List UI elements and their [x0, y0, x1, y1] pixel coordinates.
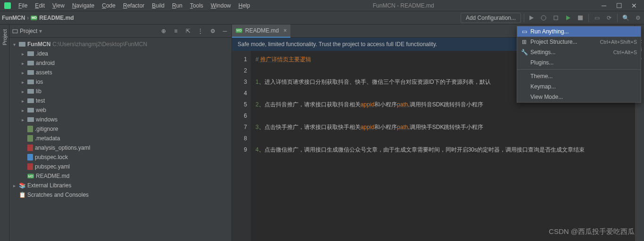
svg-rect-0: [4, 2, 11, 9]
tree-row[interactable]: MDREADME.md: [9, 171, 231, 181]
kw: path: [397, 124, 408, 130]
text-icon: [27, 126, 33, 132]
text: 、点击快手推广，请求接口获取快手相关: [259, 124, 361, 130]
text: 、点击微信推广，调用接口生成微信公众号文章，由于生成文章需要时间，同时开启30s…: [259, 146, 585, 153]
menu-file[interactable]: File: [15, 1, 31, 10]
bullet: 3: [256, 124, 259, 130]
tree-row[interactable]: pubspec.lock: [9, 153, 231, 162]
run-toolbar: ▭ ⟳ 🔍 ⚙: [527, 14, 642, 22]
titlebar: FileEditViewNavigateCodeRefactorBuildRun…: [0, 0, 644, 11]
folder-icon: [27, 108, 34, 112]
menu-navigate[interactable]: Navigate: [69, 1, 98, 10]
tree-row[interactable]: .metadata: [9, 134, 231, 143]
yaml-icon: [27, 163, 33, 170]
folder-icon: [27, 89, 34, 94]
profile-icon[interactable]: [564, 14, 572, 22]
menu-refactor[interactable]: Refactor: [120, 1, 148, 10]
structure-icon: ⊞: [521, 39, 528, 45]
tree-row[interactable]: ▸assets: [9, 68, 231, 77]
chevron-right-icon: ›: [27, 15, 29, 21]
tree-row[interactable]: ▸.idea: [9, 49, 231, 58]
options-icon[interactable]: ⋮: [197, 27, 204, 35]
tree-row[interactable]: 📋Scratches and Consoles: [9, 190, 231, 200]
popup-item-run-anything-[interactable]: ▭Run Anything...: [517, 26, 641, 37]
device-icon[interactable]: ▭: [593, 14, 601, 22]
search-icon[interactable]: 🔍: [621, 14, 630, 22]
menu-edit[interactable]: Edit: [32, 1, 48, 10]
popup-item-theme-[interactable]: Theme...: [517, 71, 641, 81]
heading-text: 推广详情页主要逻辑: [259, 56, 311, 63]
tree-row[interactable]: ▸ios: [9, 77, 231, 87]
window-controls: ─ ☐ ✕: [601, 2, 637, 9]
menu-code[interactable]: Code: [99, 1, 119, 10]
settings-icon: 🔧: [521, 49, 528, 56]
tree-row[interactable]: .gitignore: [9, 124, 231, 134]
file-icon: [27, 154, 33, 161]
yaml-icon: [27, 145, 33, 151]
collapse-all-icon[interactable]: ⇱: [184, 27, 192, 35]
breadcrumb-project[interactable]: FunMCN: [2, 15, 25, 21]
run-icon: ▭: [521, 28, 528, 35]
panel-title-label: Project: [20, 28, 37, 34]
tree-row[interactable]: ▸test: [9, 96, 231, 105]
maximize-button[interactable]: ☐: [616, 2, 622, 9]
popup-item-view-mode-[interactable]: View Mode...: [517, 92, 641, 102]
debug-icon[interactable]: [539, 14, 548, 22]
markdown-icon: MD: [27, 174, 34, 178]
folder-icon: [27, 80, 34, 84]
gear-icon[interactable]: ⚙: [634, 14, 642, 22]
menu-view[interactable]: View: [49, 1, 68, 10]
breadcrumb[interactable]: FunMCN › MD README.md: [2, 15, 74, 21]
hash: #: [256, 56, 259, 63]
tree-row[interactable]: ▸📚External Libraries: [9, 181, 231, 190]
popup-item-plugins-[interactable]: Plugins...: [517, 57, 641, 68]
chevron-down-icon: ▾: [39, 28, 42, 34]
tree-row[interactable]: analysis_options.yaml: [9, 143, 231, 153]
menu-tools[interactable]: Tools: [187, 1, 206, 10]
popup-item-settings-[interactable]: 🔧Settings...Ctrl+Alt+S: [517, 47, 641, 57]
menu-build[interactable]: Build: [149, 1, 168, 10]
tree-row[interactable]: ▸android: [9, 58, 231, 68]
breadcrumb-file[interactable]: MD README.md: [31, 15, 74, 21]
left-gutter: Project: [0, 24, 9, 241]
menu-run[interactable]: Run: [169, 1, 186, 10]
project-tree[interactable]: ▾FunMCNC:\Users\zhangmj2\Desktop\FunMCN▸…: [9, 38, 231, 241]
main-menu: FileEditViewNavigateCodeRefactorBuildRun…: [15, 1, 253, 10]
tree-row[interactable]: ▾FunMCNC:\Users\zhangmj2\Desktop\FunMCN: [9, 40, 231, 49]
popup-item-keymap-[interactable]: Keymap...: [517, 81, 641, 92]
folder-icon: [19, 42, 25, 47]
select-opened-file-icon[interactable]: ⊕: [160, 27, 167, 35]
bullet: 4: [256, 146, 259, 153]
minimize-button[interactable]: ─: [601, 2, 607, 9]
stop-icon[interactable]: [576, 14, 585, 22]
hide-icon[interactable]: ─: [221, 27, 229, 35]
folder-icon: [27, 51, 34, 56]
project-panel-title[interactable]: Project ▾: [12, 28, 160, 34]
tree-row[interactable]: ▸web: [9, 105, 231, 115]
project-tool-tab[interactable]: Project: [1, 27, 8, 47]
menu-window[interactable]: Window: [207, 1, 234, 10]
library-icon: 📚: [19, 183, 25, 188]
expand-all-icon[interactable]: ≡: [172, 27, 180, 35]
svg-rect-3: [578, 16, 583, 20]
menu-help[interactable]: Help: [235, 1, 254, 10]
ide-logo-icon: [4, 2, 11, 9]
close-button[interactable]: ✕: [631, 2, 637, 9]
add-configuration-button[interactable]: Add Configuration...: [461, 13, 521, 23]
close-icon[interactable]: ×: [283, 27, 287, 34]
project-icon: [12, 28, 18, 34]
breadcrumb-file-label: README.md: [39, 15, 74, 21]
gear-icon[interactable]: ⚙: [209, 27, 216, 35]
tree-row[interactable]: ▸windows: [9, 115, 231, 124]
sync-icon[interactable]: ⟳: [605, 14, 613, 22]
run-icon[interactable]: [527, 14, 536, 22]
coverage-icon[interactable]: [552, 14, 560, 22]
text: 、进入详情页请求接口分别获取抖音、快手、微信三个平台对应资源ID下的子资源列表，…: [259, 79, 491, 85]
markdown-icon: MD: [31, 16, 37, 20]
svg-point-1: [541, 16, 546, 20]
popup-item-project-structure-[interactable]: ⊞Project Structure...Ctrl+Alt+Shift+S: [517, 37, 641, 47]
tree-row[interactable]: ▸lib: [9, 87, 231, 96]
svg-rect-4: [13, 30, 17, 33]
tree-row[interactable]: pubspec.yaml: [9, 162, 231, 171]
tab-readme[interactable]: MD README.md ×: [232, 24, 290, 38]
